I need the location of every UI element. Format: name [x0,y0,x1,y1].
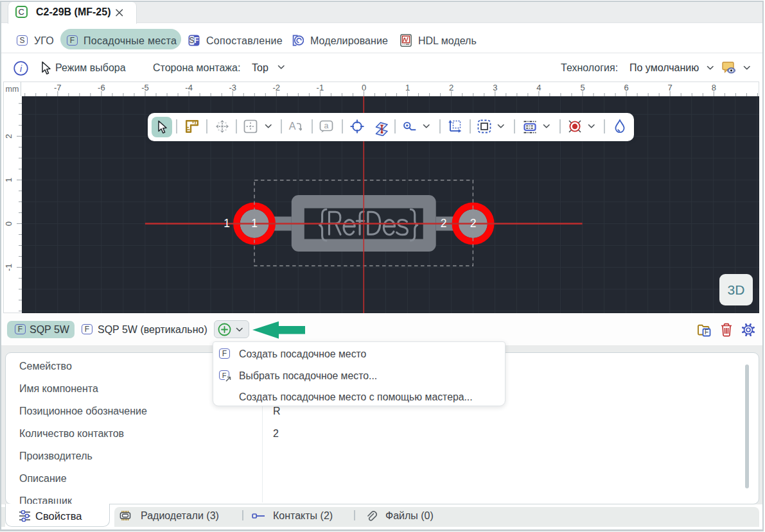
svg-text:0: 0 [4,221,13,226]
svg-text:a: a [324,121,329,130]
svg-text:i: i [20,64,22,74]
svg-text:4: 4 [536,83,541,92]
svg-text:-5: -5 [141,83,149,92]
svg-text:-7: -7 [54,83,62,92]
svg-text:6: 6 [624,83,628,92]
svg-text:-1: -1 [316,83,324,92]
svg-text:0: 0 [361,83,365,92]
svg-text:3: 3 [493,83,497,92]
svg-text:2: 2 [4,134,13,139]
svg-text:1: 1 [224,217,230,230]
svg-text:F: F [705,329,708,336]
svg-text:1: 1 [4,178,13,182]
svg-text:8: 8 [711,83,716,92]
svg-text:2: 2 [470,217,476,230]
svg-text:-4: -4 [185,83,193,92]
svg-text:2: 2 [440,217,446,230]
svg-text:-3: -3 [229,83,236,92]
svg-text:-6: -6 [98,83,105,92]
svg-text:1: 1 [405,83,409,92]
svg-text:F: F [194,36,198,45]
svg-text:A: A [289,121,296,132]
svg-text:7: 7 [667,83,672,92]
svg-text:1: 1 [251,217,258,230]
svg-text:5: 5 [580,83,585,92]
svg-text:-2: -2 [272,83,280,92]
svg-text:2: 2 [449,83,453,92]
svg-text:-1: -1 [4,264,13,271]
